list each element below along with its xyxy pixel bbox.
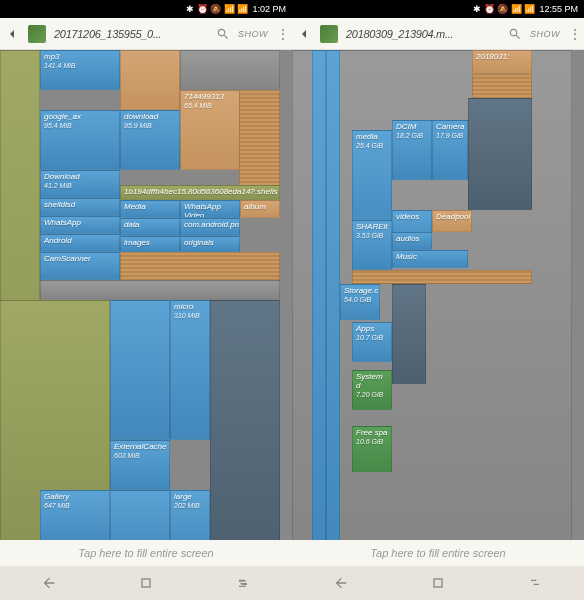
- toolbar: 20180309_213904.m... SHOW ⋮: [292, 18, 584, 50]
- block-label: CamScanner: [44, 254, 91, 263]
- treemap-block[interactable]: google_ax95.4 MiB: [40, 110, 120, 170]
- treemap-block[interactable]: data: [120, 218, 180, 236]
- block-label: google_ax: [44, 112, 81, 121]
- treemap-block[interactable]: [472, 74, 532, 98]
- treemap-block[interactable]: WhatsApp: [40, 216, 120, 234]
- block-label: com.android.provi: [184, 220, 240, 229]
- file-title[interactable]: 20180309_213904.m...: [346, 28, 500, 40]
- treemap-block[interactable]: Gallery647 MiB: [40, 490, 110, 540]
- block-label: 2018031:: [476, 52, 509, 61]
- back-icon[interactable]: [4, 26, 20, 42]
- footer-hint[interactable]: Tap here to fill entire screen: [292, 540, 584, 566]
- block-label: Storage.c: [344, 286, 378, 295]
- back-icon[interactable]: [296, 26, 312, 42]
- show-button[interactable]: SHOW: [238, 29, 268, 39]
- block-size: 54.0 GiB: [344, 296, 376, 304]
- treemap-block[interactable]: [326, 50, 340, 540]
- block-label: images: [124, 238, 150, 247]
- treemap-left[interactable]: mp3141.4 MiBgoogle_ax95.4 MiBdownload95.…: [0, 50, 292, 540]
- block-size: 647 MiB: [44, 502, 106, 510]
- nav-back-icon[interactable]: [41, 575, 57, 591]
- nav-home-icon[interactable]: [430, 575, 446, 591]
- treemap-block[interactable]: ExternalCache603 MiB: [110, 440, 170, 490]
- treemap-block[interactable]: 1b194dffb4bec15.80d563608eda14?.shells: [120, 185, 280, 200]
- treemap-block[interactable]: [352, 270, 532, 284]
- nav-back-icon[interactable]: [333, 575, 349, 591]
- block-label: Deadpool: [436, 212, 470, 221]
- show-button[interactable]: SHOW: [530, 29, 560, 39]
- treemap-block[interactable]: [110, 300, 170, 440]
- treemap-block[interactable]: mp3141.4 MiB: [40, 50, 120, 90]
- block-label: Gallery: [44, 492, 69, 501]
- treemap-block[interactable]: [120, 252, 280, 280]
- search-icon[interactable]: [216, 27, 230, 41]
- treemap-block[interactable]: audios: [392, 232, 432, 250]
- treemap-block[interactable]: [180, 50, 280, 90]
- block-label: album: [244, 202, 266, 211]
- block-size: 7.20 GiB: [356, 391, 388, 399]
- block-label: Free spa: [356, 428, 388, 437]
- treemap-block[interactable]: Media: [120, 200, 180, 218]
- block-label: DCIM: [396, 122, 416, 131]
- nav-bar: [292, 566, 584, 600]
- block-size: 141.4 MiB: [44, 62, 116, 70]
- treemap-block[interactable]: DCIM18.2 GiB: [392, 120, 432, 180]
- treemap-block[interactable]: shelldlsd: [40, 198, 120, 216]
- treemap-right[interactable]: 2018031:media25.4 GiBDCIM18.2 GiBCamera1…: [292, 50, 584, 540]
- block-label: Camera: [436, 122, 464, 131]
- treemap-block[interactable]: 71449931365.4 MiB: [180, 90, 240, 170]
- file-title[interactable]: 20171206_135955_0...: [54, 28, 208, 40]
- treemap-block[interactable]: [468, 98, 532, 210]
- treemap-block[interactable]: 2018031:: [472, 50, 532, 74]
- block-label: WhatsApp Video: [184, 202, 221, 218]
- treemap-block[interactable]: CamScanner: [40, 252, 120, 280]
- treemap-block[interactable]: WhatsApp Video: [180, 200, 240, 218]
- treemap-block[interactable]: download95.9 MiB: [120, 110, 180, 170]
- block-label: originals: [184, 238, 214, 247]
- menu-dots-icon[interactable]: ⋮: [568, 26, 580, 42]
- status-icons: ✱ ⏰ 🔕 📶 📶: [473, 4, 535, 14]
- block-size: 10.7 GiB: [356, 334, 388, 342]
- footer-hint[interactable]: Tap here to fill entire screen: [0, 540, 292, 566]
- block-label: mp3: [44, 52, 60, 61]
- treemap-block[interactable]: Deadpool: [432, 210, 472, 232]
- nav-recent-icon[interactable]: [527, 575, 543, 591]
- treemap-block[interactable]: Android: [40, 234, 120, 252]
- block-label: micro: [174, 302, 194, 311]
- treemap-block[interactable]: Camera17.9 GiB: [432, 120, 468, 180]
- treemap-block[interactable]: [40, 280, 280, 300]
- block-label: Android: [44, 236, 72, 245]
- treemap-block[interactable]: large202 MiB: [170, 490, 210, 540]
- treemap-block[interactable]: com.android.provi: [180, 218, 240, 236]
- treemap-block[interactable]: originals: [180, 236, 240, 252]
- treemap-block[interactable]: micro310 MiB: [170, 300, 210, 440]
- block-size: 41.2 MiB: [44, 182, 116, 190]
- block-size: 10.6 GiB: [356, 438, 388, 446]
- treemap-block[interactable]: album: [240, 200, 280, 218]
- block-size: 17.9 GiB: [436, 132, 464, 140]
- treemap-block[interactable]: System d7.20 GiB: [352, 370, 392, 410]
- svg-rect-1: [434, 579, 442, 587]
- treemap-block[interactable]: SHAREit3.53 GiB: [352, 220, 392, 270]
- block-label: 1b194dffb4bec15.80d563608eda14?.shells: [124, 187, 277, 196]
- treemap-block[interactable]: images: [120, 236, 180, 252]
- treemap-block[interactable]: [312, 50, 326, 540]
- treemap-block[interactable]: [392, 284, 426, 384]
- treemap-block[interactable]: Free spa10.6 GiB: [352, 426, 392, 472]
- menu-dots-icon[interactable]: ⋮: [276, 26, 288, 42]
- treemap-block[interactable]: Music: [392, 250, 468, 268]
- treemap-block[interactable]: Storage.c54.0 GiB: [340, 284, 380, 320]
- nav-recent-icon[interactable]: [235, 575, 251, 591]
- treemap-block[interactable]: Apps10.7 GiB: [352, 322, 392, 362]
- treemap-block[interactable]: Download41.2 MiB: [40, 170, 120, 198]
- search-icon[interactable]: [508, 27, 522, 41]
- block-label: large: [174, 492, 192, 501]
- treemap-block[interactable]: [239, 90, 280, 190]
- treemap-block[interactable]: [110, 490, 170, 540]
- block-label: Music: [396, 252, 417, 261]
- nav-home-icon[interactable]: [138, 575, 154, 591]
- treemap-block[interactable]: [120, 50, 180, 110]
- block-label: videos: [396, 212, 419, 221]
- app-logo-icon: [320, 25, 338, 43]
- treemap-block[interactable]: [210, 300, 280, 540]
